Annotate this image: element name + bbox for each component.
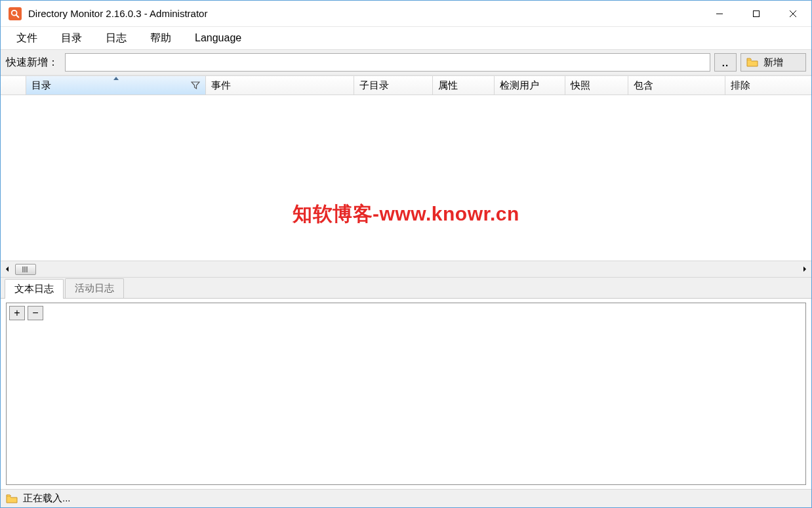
status-text: 正在载入... (23, 492, 71, 505)
column-header-directory-label: 目录 (31, 79, 51, 92)
menubar: 文件 目录 日志 帮助 Language (1, 27, 811, 49)
scrollbar-thumb[interactable] (15, 264, 36, 275)
log-panel: + − (6, 303, 806, 485)
menu-file[interactable]: 文件 (5, 28, 49, 49)
svg-rect-3 (754, 11, 760, 16)
maximize-button[interactable] (738, 1, 775, 27)
scroll-right-arrow-icon[interactable] (798, 261, 811, 278)
log-body (7, 323, 805, 484)
tab-text-log[interactable]: 文本日志 (5, 279, 64, 299)
log-tabs: 文本日志 活动日志 (1, 278, 811, 299)
titlebar: Directory Monitor 2.16.0.3 - Administrat… (1, 1, 811, 27)
close-button[interactable] (775, 1, 811, 27)
quick-add-row: 快速新增： .. 新增 (1, 49, 811, 75)
column-header-event[interactable]: 事件 (205, 76, 354, 95)
column-header-snapshot-label: 快照 (571, 79, 590, 92)
column-header-exclude-label: 排除 (731, 79, 750, 92)
column-header-attributes-label: 属性 (438, 79, 458, 92)
column-header-subdir[interactable]: 子目录 (354, 76, 432, 95)
quick-add-input[interactable] (65, 53, 710, 72)
grid-header: 目录 事件 子目录 属性 检测用户 快照 包含 排除 (1, 75, 811, 95)
app-icon (9, 7, 22, 20)
menu-language[interactable]: Language (183, 28, 253, 48)
column-header-detect-user-label: 检测用户 (500, 79, 539, 92)
statusbar: 正在载入... (1, 489, 811, 507)
quick-add-label: 快速新增： (6, 56, 61, 70)
column-header-attributes[interactable]: 属性 (432, 76, 494, 95)
status-folder-icon (6, 494, 18, 503)
column-header-detect-user[interactable]: 检测用户 (494, 76, 565, 95)
scroll-left-arrow-icon[interactable] (1, 261, 14, 278)
column-header-event-label: 事件 (211, 79, 231, 92)
column-header-subdir-label: 子目录 (359, 79, 389, 92)
column-header-snapshot[interactable]: 快照 (565, 76, 628, 95)
menu-directory[interactable]: 目录 (49, 28, 94, 49)
menu-log[interactable]: 日志 (94, 28, 138, 49)
svg-line-1 (16, 14, 19, 17)
column-header-exclude[interactable]: 排除 (725, 76, 811, 95)
folder-icon (746, 58, 758, 67)
window-title: Directory Monitor 2.16.0.3 - Administrat… (28, 8, 207, 19)
watermark-text: 知软博客-www.knowr.cn (293, 201, 519, 228)
column-header-directory[interactable]: 目录 (26, 76, 205, 95)
filter-icon[interactable] (191, 80, 200, 91)
log-collapse-button[interactable]: − (28, 306, 43, 320)
tab-activity-log[interactable]: 活动日志 (65, 278, 124, 298)
log-toolbar: + − (7, 303, 805, 323)
horizontal-scrollbar[interactable] (1, 261, 811, 278)
sort-ascending-icon (113, 77, 119, 80)
scrollbar-track[interactable] (14, 261, 798, 277)
add-button-label: 新增 (763, 56, 783, 69)
column-header-selector[interactable] (1, 76, 26, 95)
column-header-include[interactable]: 包含 (628, 76, 725, 95)
app-window: Directory Monitor 2.16.0.3 - Administrat… (0, 0, 812, 508)
log-expand-button[interactable]: + (9, 306, 25, 320)
add-button[interactable]: 新增 (741, 53, 806, 72)
minimize-button[interactable] (701, 1, 738, 27)
browse-button[interactable]: .. (714, 53, 737, 72)
column-header-include-label: 包含 (634, 79, 653, 92)
grid-body: 知软博客-www.knowr.cn (1, 95, 811, 261)
menu-help[interactable]: 帮助 (138, 28, 183, 49)
